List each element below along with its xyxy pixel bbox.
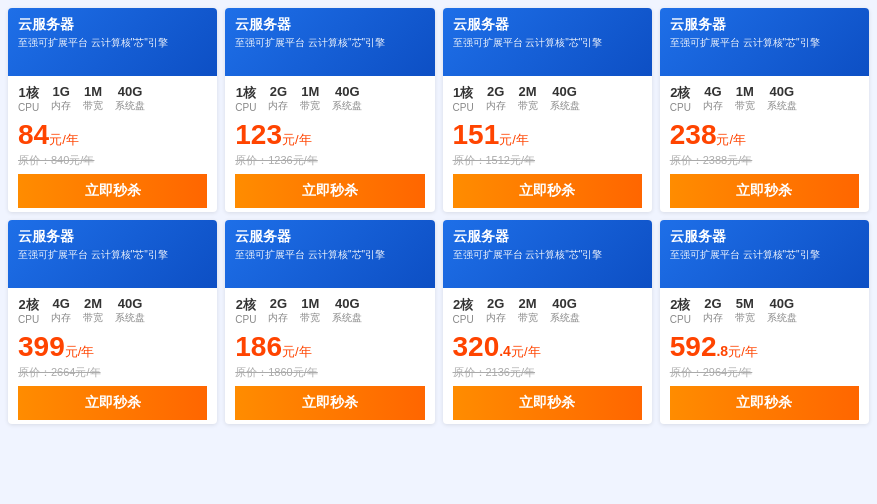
card-subtitle-7: 至强可扩展平台 云计算核"芯"引擎 [670,248,859,262]
price-row-6: 320.4元/年 [453,331,642,363]
price-main-2: 151 [453,119,500,150]
spec-disk-1: 40G 系统盘 [332,84,362,113]
spec-cpu-5: 2核 CPU [235,296,256,325]
spec-mem-1: 2G 内存 [268,84,288,113]
card-title-6: 云服务器 [453,228,642,246]
spec-cpu-6: 2核 CPU [453,296,474,325]
original-price-3: 原价：2388元/年 [670,153,859,168]
spec-disk-4: 40G 系统盘 [115,296,145,325]
spec-mem-7: 2G 内存 [703,296,723,325]
spec-mem-4: 4G 内存 [51,296,71,325]
price-row-2: 151元/年 [453,119,642,151]
spec-bw-1: 1M 带宽 [300,84,320,113]
card-body-1: 1核 CPU 2G 内存 1M 带宽 40G 系统盘 123元/年 [225,76,434,212]
price-row-0: 84元/年 [18,119,207,151]
spec-bw-7: 5M 带宽 [735,296,755,325]
product-card-1: 云服务器 至强可扩展平台 云计算核"芯"引擎 1核 CPU 2G 内存 1M 带… [225,8,434,212]
price-main-0: 84 [18,119,49,150]
price-unit-4: 元/年 [65,344,95,359]
card-title-2: 云服务器 [453,16,642,34]
price-main-1: 123 [235,119,282,150]
buy-button-0[interactable]: 立即秒杀 [18,174,207,208]
price-main-6: 320 [453,331,500,362]
card-header-3: 云服务器 至强可扩展平台 云计算核"芯"引擎 [660,8,869,76]
price-unit-1: 元/年 [282,132,312,147]
original-price-2: 原价：1512元/年 [453,153,642,168]
spec-mem-0: 1G 内存 [51,84,71,113]
buy-button-2[interactable]: 立即秒杀 [453,174,642,208]
card-title-0: 云服务器 [18,16,207,34]
specs-row-2: 1核 CPU 2G 内存 2M 带宽 40G 系统盘 [453,84,642,113]
original-price-1: 原价：1236元/年 [235,153,424,168]
spec-cpu-7: 2核 CPU [670,296,691,325]
price-main-3: 238 [670,119,717,150]
card-body-4: 2核 CPU 4G 内存 2M 带宽 40G 系统盘 399元/年 [8,288,217,424]
price-unit-3: 元/年 [716,132,746,147]
card-header-6: 云服务器 至强可扩展平台 云计算核"芯"引擎 [443,220,652,288]
price-row-4: 399元/年 [18,331,207,363]
spec-disk-6: 40G 系统盘 [550,296,580,325]
product-card-4: 云服务器 至强可扩展平台 云计算核"芯"引擎 2核 CPU 4G 内存 2M 带… [8,220,217,424]
spec-mem-6: 2G 内存 [486,296,506,325]
price-unit-2: 元/年 [499,132,529,147]
product-card-0: 云服务器 至强可扩展平台 云计算核"芯"引擎 1核 CPU 1G 内存 1M 带… [8,8,217,212]
price-row-7: 592.8元/年 [670,331,859,363]
card-header-2: 云服务器 至强可扩展平台 云计算核"芯"引擎 [443,8,652,76]
buy-button-5[interactable]: 立即秒杀 [235,386,424,420]
card-subtitle-1: 至强可扩展平台 云计算核"芯"引擎 [235,36,424,50]
spec-bw-4: 2M 带宽 [83,296,103,325]
original-price-4: 原价：2664元/年 [18,365,207,380]
product-card-3: 云服务器 至强可扩展平台 云计算核"芯"引擎 2核 CPU 4G 内存 1M 带… [660,8,869,212]
card-title-1: 云服务器 [235,16,424,34]
spec-mem-2: 2G 内存 [486,84,506,113]
product-card-2: 云服务器 至强可扩展平台 云计算核"芯"引擎 1核 CPU 2G 内存 2M 带… [443,8,652,212]
product-card-6: 云服务器 至强可扩展平台 云计算核"芯"引擎 2核 CPU 2G 内存 2M 带… [443,220,652,424]
price-unit-6: 元/年 [511,344,541,359]
spec-bw-0: 1M 带宽 [83,84,103,113]
specs-row-7: 2核 CPU 2G 内存 5M 带宽 40G 系统盘 [670,296,859,325]
card-header-0: 云服务器 至强可扩展平台 云计算核"芯"引擎 [8,8,217,76]
spec-cpu-2: 1核 CPU [453,84,474,113]
original-price-7: 原价：2964元/年 [670,365,859,380]
card-body-3: 2核 CPU 4G 内存 1M 带宽 40G 系统盘 238元/年 [660,76,869,212]
buy-button-1[interactable]: 立即秒杀 [235,174,424,208]
price-unit-5: 元/年 [282,344,312,359]
spec-bw-5: 1M 带宽 [300,296,320,325]
price-decimal-7: .8 [716,343,728,359]
buy-button-6[interactable]: 立即秒杀 [453,386,642,420]
price-row-3: 238元/年 [670,119,859,151]
spec-cpu-3: 2核 CPU [670,84,691,113]
spec-cpu-1: 1核 CPU [235,84,256,113]
price-row-1: 123元/年 [235,119,424,151]
original-price-0: 原价：840元/年 [18,153,207,168]
spec-cpu-4: 2核 CPU [18,296,39,325]
spec-bw-6: 2M 带宽 [518,296,538,325]
spec-disk-0: 40G 系统盘 [115,84,145,113]
card-subtitle-5: 至强可扩展平台 云计算核"芯"引擎 [235,248,424,262]
original-price-6: 原价：2136元/年 [453,365,642,380]
card-title-7: 云服务器 [670,228,859,246]
card-header-1: 云服务器 至强可扩展平台 云计算核"芯"引擎 [225,8,434,76]
specs-row-1: 1核 CPU 2G 内存 1M 带宽 40G 系统盘 [235,84,424,113]
buy-button-7[interactable]: 立即秒杀 [670,386,859,420]
product-card-7: 云服务器 至强可扩展平台 云计算核"芯"引擎 2核 CPU 2G 内存 5M 带… [660,220,869,424]
product-card-5: 云服务器 至强可扩展平台 云计算核"芯"引擎 2核 CPU 2G 内存 1M 带… [225,220,434,424]
spec-disk-2: 40G 系统盘 [550,84,580,113]
specs-row-5: 2核 CPU 2G 内存 1M 带宽 40G 系统盘 [235,296,424,325]
price-main-5: 186 [235,331,282,362]
card-subtitle-2: 至强可扩展平台 云计算核"芯"引擎 [453,36,642,50]
price-decimal-6: .4 [499,343,511,359]
spec-cpu-0: 1核 CPU [18,84,39,113]
price-unit-7: 元/年 [728,344,758,359]
spec-disk-5: 40G 系统盘 [332,296,362,325]
spec-mem-5: 2G 内存 [268,296,288,325]
spec-bw-2: 2M 带宽 [518,84,538,113]
card-body-2: 1核 CPU 2G 内存 2M 带宽 40G 系统盘 151元/年 [443,76,652,212]
buy-button-3[interactable]: 立即秒杀 [670,174,859,208]
buy-button-4[interactable]: 立即秒杀 [18,386,207,420]
card-header-4: 云服务器 至强可扩展平台 云计算核"芯"引擎 [8,220,217,288]
specs-row-6: 2核 CPU 2G 内存 2M 带宽 40G 系统盘 [453,296,642,325]
spec-bw-3: 1M 带宽 [735,84,755,113]
card-body-5: 2核 CPU 2G 内存 1M 带宽 40G 系统盘 186元/年 [225,288,434,424]
price-row-5: 186元/年 [235,331,424,363]
